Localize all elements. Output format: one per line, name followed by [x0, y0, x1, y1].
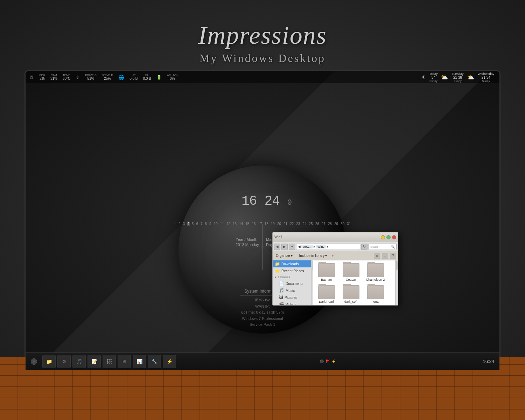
power-stat: AC LN% 0% [167, 74, 178, 81]
file-browser: Batman Ceasar Chameleon 2 Dark Pear [313, 260, 395, 306]
taskbar-button-music[interactable]: 🎵 [72, 355, 86, 368]
sysinfo-sp: Service Pack 1 [240, 322, 285, 328]
window-minimize-button[interactable] [381, 235, 385, 239]
dark-pearl-folder-icon [318, 285, 335, 299]
window-maximize-button[interactable] [386, 235, 391, 239]
dark-pearl-label: Dark Pearl [319, 300, 334, 303]
forward-button[interactable]: ▶ [281, 244, 288, 250]
weather-wednesday: Wednesday 21 34 Sunny [478, 72, 494, 83]
batman-folder-icon [318, 263, 335, 277]
window-close-button[interactable] [392, 235, 396, 239]
temp-stat: TEMP 30°C [63, 74, 70, 81]
weather-tuesday: Tuesday 21 38 Sunny [451, 72, 463, 83]
back-button[interactable]: ◀ [274, 244, 280, 250]
network-icon: 🌐 [118, 75, 124, 80]
clock-widget: 16 24 0 [241, 194, 292, 209]
refresh-button[interactable]: ↻ [361, 244, 368, 250]
clock-time: 16 24 0 [241, 194, 292, 209]
dark-soft-folder-icon [343, 285, 359, 299]
window-toolbar: Organize ▾ Include in library ▾ » ≡ □ ? [273, 251, 398, 260]
file-item-ceasar[interactable]: Ceasar [340, 262, 362, 282]
taskbar-button-notepad[interactable]: 📝 [88, 355, 101, 368]
sidebar-section-libraries: ▾ Libraries [273, 274, 311, 280]
taskbar-button-charts[interactable]: 📊 [133, 355, 146, 368]
toolbar-separator [296, 253, 296, 259]
explorer-window: Win7 ◀ ▶ ▾ ◀ Dow... ▸ [272, 232, 398, 306]
sidebar-scrollbar[interactable] [311, 260, 313, 306]
cpu-stat: CPU 2% [39, 74, 45, 81]
dark-soft-label: dark_soft [344, 300, 357, 303]
videos-icon: 🎬 [279, 302, 284, 306]
batman-label: Batman [321, 278, 332, 281]
documents-icon: 📄 [279, 281, 284, 286]
title-impressions: Impressions [198, 21, 327, 50]
window-body: 📁 Downloads ⭐ Recent Places ▾ Libraries [273, 260, 398, 306]
taskbar: 📁 ⚙ 🎵 📝 🖼 🖥 📊 🔧 ⚡ ⚫ 🚩 ⚡ 16:24 [26, 352, 499, 370]
weather-icon-wed: ⛅ [467, 74, 474, 80]
window-title: Win7 [274, 235, 282, 239]
monitor-icon: 🖥 [29, 75, 34, 80]
sidebar-item-downloads[interactable]: 📁 Downloads [273, 260, 311, 267]
chameleon-label: Chameleon 2 [366, 278, 385, 281]
recent-places-icon: ⭐ [275, 268, 280, 273]
taskbar-button-settings[interactable]: ⚙ [57, 355, 71, 368]
help-button[interactable]: ? [390, 253, 396, 259]
drive-c-stat: DRIVE C 51% [85, 74, 96, 81]
window-titlebar: Win7 [273, 232, 398, 242]
ram-stat: RAM 31% [50, 74, 57, 81]
taskbar-button-power[interactable]: ⚡ [163, 355, 176, 368]
taskbar-button-photos[interactable]: 🖼 [103, 355, 116, 368]
include-dropdown-icon: ▾ [325, 254, 327, 258]
weather-section: ☀ Today 34 Sunny ⛅ Tuesday 21 38 Sunny ⛅ [421, 72, 496, 83]
weather-today: Today 34 Sunny [429, 72, 438, 83]
ceasar-folder-icon [343, 263, 359, 277]
start-button[interactable] [31, 358, 37, 365]
taskbar-clock: 16:24 [483, 359, 494, 364]
chevron-down-icon: ▾ [275, 275, 276, 279]
window-controls[interactable] [381, 235, 396, 239]
file-item-chameleon[interactable]: Chameleon 2 [364, 262, 387, 282]
sidebar-item-pictures[interactable]: 🖼 Pictures [273, 294, 311, 301]
explorer-sidebar: 📁 Downloads ⭐ Recent Places ▾ Libraries [273, 260, 311, 306]
weather-icon-tue: ⛅ [441, 74, 448, 80]
file-item-batman[interactable]: Batman [315, 262, 338, 282]
battery-icon: 🔋 [156, 75, 162, 80]
file-item-fonts[interactable]: Fonts [364, 284, 387, 304]
view-toggle-button[interactable]: ≡ [374, 253, 380, 259]
include-in-library-button[interactable]: Include in library ▾ [298, 253, 329, 258]
file-item-dark-pearl[interactable]: Dark Pearl [315, 284, 338, 304]
calendar-strip: 1 2 3 4 5 6 7 8 9 10 11 12 13 14 15 16 1… [174, 222, 352, 226]
sidebar-item-recent-places[interactable]: ⭐ Recent Places [273, 267, 311, 274]
dropdown-button[interactable]: ▾ [289, 244, 295, 250]
taskbar-button-files[interactable]: 📁 [42, 355, 56, 368]
upload-stat: UP 0.0 B [130, 74, 138, 81]
search-bar[interactable]: Search 🔍 [369, 244, 397, 250]
address-bar[interactable]: ◀ Dow... ▸ Win7 ▸ [296, 244, 360, 250]
taskbar-button-terminal[interactable]: 🖥 [118, 355, 131, 368]
preview-button[interactable]: □ [382, 253, 388, 259]
downloads-folder-icon: 📁 [275, 261, 280, 266]
file-item-dark-soft[interactable]: dark_soft [340, 284, 362, 304]
main-background: Impressions My Windows Desktop 🖥 CPU 2% … [0, 0, 525, 420]
tray-icon-flag: 🚩 [326, 359, 330, 363]
sysinfo-uptime: upTime: 0 day(s) 3h 57m [240, 309, 285, 316]
title-area: Impressions My Windows Desktop [198, 0, 327, 65]
title-subtitle: My Windows Desktop [198, 52, 327, 65]
window-navbar: ◀ ▶ ▾ ◀ Dow... ▸ Win7 ▸ ↻ Search 🔍 [273, 242, 398, 251]
more-options-button[interactable]: » [330, 253, 335, 258]
sidebar-item-videos[interactable]: 🎬 Videos [273, 301, 311, 306]
download-stat: DL 0.0 B [143, 74, 151, 81]
sidebar-item-music[interactable]: 🎵 Music [273, 287, 311, 294]
organize-button[interactable]: Organize ▾ [274, 253, 294, 258]
search-label: Search [370, 245, 380, 248]
taskbar-button-tools[interactable]: 🔧 [148, 355, 161, 368]
pictures-icon: 🖼 [279, 295, 283, 300]
music-icon: 🎵 [279, 288, 284, 293]
drive-d-stat: DRIVE D 25% [102, 74, 113, 81]
sysinfo-os: Windows 7 Professional [240, 316, 285, 322]
year-month-label: Year / Month [236, 237, 259, 241]
files-scrollbar[interactable] [395, 260, 398, 306]
monitor-screen: 🖥 CPU 2% RAM 31% TEMP 30°C 🎙 DRIVE C [26, 71, 499, 370]
sidebar-item-documents[interactable]: 📄 Documents [273, 280, 311, 287]
monitor-frame: 🖥 CPU 2% RAM 31% TEMP 30°C 🎙 DRIVE C [24, 70, 500, 392]
